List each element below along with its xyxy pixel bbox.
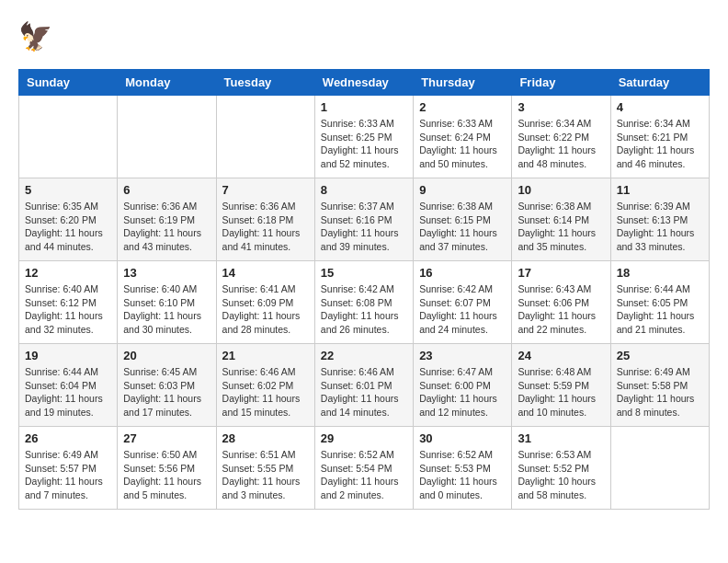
calendar-cell: 9Sunrise: 6:38 AM Sunset: 6:15 PM Daylig… (414, 178, 512, 261)
day-number: 21 (222, 349, 309, 362)
calendar-cell (610, 427, 709, 510)
weekday-header-friday: Friday (512, 70, 610, 96)
day-info: Sunrise: 6:39 AM Sunset: 6:13 PM Dayligh… (617, 200, 703, 254)
calendar-cell: 4Sunrise: 6:34 AM Sunset: 6:21 PM Daylig… (610, 96, 709, 178)
calendar-cell: 20Sunrise: 6:45 AM Sunset: 6:03 PM Dayli… (118, 344, 216, 427)
page-header: 🦅 (18, 18, 710, 60)
calendar-cell: 22Sunrise: 6:46 AM Sunset: 6:01 PM Dayli… (314, 344, 413, 427)
day-number: 25 (617, 349, 703, 362)
calendar-cell: 18Sunrise: 6:44 AM Sunset: 6:05 PM Dayli… (610, 261, 709, 344)
logo-bird-icon: 🦅 (18, 18, 64, 60)
day-number: 22 (321, 349, 407, 362)
day-info: Sunrise: 6:52 AM Sunset: 5:54 PM Dayligh… (321, 448, 407, 502)
day-info: Sunrise: 6:34 AM Sunset: 6:21 PM Dayligh… (617, 117, 703, 171)
calendar-cell: 14Sunrise: 6:41 AM Sunset: 6:09 PM Dayli… (216, 261, 314, 344)
weekday-header-row: SundayMondayTuesdayWednesdayThursdayFrid… (19, 70, 710, 96)
logo: 🦅 (18, 18, 69, 60)
calendar-cell: 28Sunrise: 6:51 AM Sunset: 5:55 PM Dayli… (216, 427, 314, 510)
day-number: 30 (419, 431, 506, 445)
calendar-cell: 8Sunrise: 6:37 AM Sunset: 6:16 PM Daylig… (314, 178, 413, 261)
day-number: 13 (123, 266, 210, 280)
day-number: 18 (617, 266, 703, 280)
calendar-cell: 16Sunrise: 6:42 AM Sunset: 6:07 PM Dayli… (414, 261, 512, 344)
weekday-header-sunday: Sunday (19, 70, 118, 96)
calendar-cell: 17Sunrise: 6:43 AM Sunset: 6:06 PM Dayli… (512, 261, 610, 344)
day-info: Sunrise: 6:40 AM Sunset: 6:10 PM Dayligh… (123, 282, 210, 337)
calendar-cell: 27Sunrise: 6:50 AM Sunset: 5:56 PM Dayli… (118, 427, 216, 510)
day-number: 2 (419, 100, 506, 114)
calendar-cell: 21Sunrise: 6:46 AM Sunset: 6:02 PM Dayli… (216, 344, 314, 427)
day-number: 24 (518, 349, 604, 362)
day-number: 1 (321, 100, 407, 114)
calendar-cell: 7Sunrise: 6:36 AM Sunset: 6:18 PM Daylig… (216, 178, 314, 261)
calendar-table: SundayMondayTuesdayWednesdayThursdayFrid… (18, 69, 710, 510)
calendar-cell: 31Sunrise: 6:53 AM Sunset: 5:52 PM Dayli… (512, 427, 610, 510)
calendar-cell: 19Sunrise: 6:44 AM Sunset: 6:04 PM Dayli… (19, 344, 118, 427)
calendar-cell: 1Sunrise: 6:33 AM Sunset: 6:25 PM Daylig… (314, 96, 413, 178)
day-number: 19 (25, 349, 111, 362)
svg-text:🦅: 🦅 (18, 20, 53, 53)
day-info: Sunrise: 6:41 AM Sunset: 6:09 PM Dayligh… (222, 282, 309, 337)
calendar-cell (216, 96, 314, 178)
day-info: Sunrise: 6:33 AM Sunset: 6:25 PM Dayligh… (321, 117, 407, 171)
day-info: Sunrise: 6:42 AM Sunset: 6:07 PM Dayligh… (419, 282, 506, 337)
day-info: Sunrise: 6:35 AM Sunset: 6:20 PM Dayligh… (25, 200, 111, 254)
day-info: Sunrise: 6:38 AM Sunset: 6:15 PM Dayligh… (419, 200, 506, 254)
day-info: Sunrise: 6:44 AM Sunset: 6:05 PM Dayligh… (617, 282, 703, 337)
weekday-header-monday: Monday (118, 70, 216, 96)
day-info: Sunrise: 6:37 AM Sunset: 6:16 PM Dayligh… (321, 200, 407, 254)
calendar-cell: 30Sunrise: 6:52 AM Sunset: 5:53 PM Dayli… (414, 427, 512, 510)
weekday-header-tuesday: Tuesday (216, 70, 314, 96)
day-number: 31 (518, 431, 604, 445)
calendar-cell: 24Sunrise: 6:48 AM Sunset: 5:59 PM Dayli… (512, 344, 610, 427)
day-number: 17 (518, 266, 604, 280)
day-number: 20 (123, 349, 210, 362)
calendar-week-row: 19Sunrise: 6:44 AM Sunset: 6:04 PM Dayli… (19, 344, 710, 427)
day-number: 26 (25, 431, 111, 445)
calendar-cell: 6Sunrise: 6:36 AM Sunset: 6:19 PM Daylig… (118, 178, 216, 261)
day-info: Sunrise: 6:46 AM Sunset: 6:01 PM Dayligh… (321, 365, 407, 419)
day-info: Sunrise: 6:36 AM Sunset: 6:18 PM Dayligh… (222, 200, 309, 254)
day-number: 12 (25, 266, 111, 280)
day-info: Sunrise: 6:36 AM Sunset: 6:19 PM Dayligh… (123, 200, 210, 254)
day-info: Sunrise: 6:49 AM Sunset: 5:58 PM Dayligh… (617, 365, 703, 419)
day-info: Sunrise: 6:48 AM Sunset: 5:59 PM Dayligh… (518, 365, 604, 419)
calendar-cell (19, 96, 118, 178)
calendar-cell: 12Sunrise: 6:40 AM Sunset: 6:12 PM Dayli… (19, 261, 118, 344)
calendar-cell (118, 96, 216, 178)
day-info: Sunrise: 6:49 AM Sunset: 5:57 PM Dayligh… (25, 448, 111, 502)
day-info: Sunrise: 6:46 AM Sunset: 6:02 PM Dayligh… (222, 365, 309, 419)
day-info: Sunrise: 6:53 AM Sunset: 5:52 PM Dayligh… (518, 448, 604, 502)
calendar-week-row: 12Sunrise: 6:40 AM Sunset: 6:12 PM Dayli… (19, 261, 710, 344)
day-number: 6 (123, 183, 210, 197)
calendar-cell: 11Sunrise: 6:39 AM Sunset: 6:13 PM Dayli… (610, 178, 709, 261)
calendar-cell: 5Sunrise: 6:35 AM Sunset: 6:20 PM Daylig… (19, 178, 118, 261)
day-info: Sunrise: 6:52 AM Sunset: 5:53 PM Dayligh… (419, 448, 506, 502)
day-info: Sunrise: 6:44 AM Sunset: 6:04 PM Dayligh… (25, 365, 111, 419)
calendar-cell: 25Sunrise: 6:49 AM Sunset: 5:58 PM Dayli… (610, 344, 709, 427)
day-info: Sunrise: 6:33 AM Sunset: 6:24 PM Dayligh… (419, 117, 506, 171)
day-number: 27 (123, 431, 210, 445)
day-info: Sunrise: 6:45 AM Sunset: 6:03 PM Dayligh… (123, 365, 210, 419)
calendar-week-row: 1Sunrise: 6:33 AM Sunset: 6:25 PM Daylig… (19, 96, 710, 178)
day-number: 3 (518, 100, 604, 114)
calendar-week-row: 26Sunrise: 6:49 AM Sunset: 5:57 PM Dayli… (19, 427, 710, 510)
calendar-cell: 10Sunrise: 6:38 AM Sunset: 6:14 PM Dayli… (512, 178, 610, 261)
day-number: 4 (617, 100, 703, 114)
calendar-cell: 15Sunrise: 6:42 AM Sunset: 6:08 PM Dayli… (314, 261, 413, 344)
day-number: 14 (222, 266, 309, 280)
day-info: Sunrise: 6:47 AM Sunset: 6:00 PM Dayligh… (419, 365, 506, 419)
day-info: Sunrise: 6:40 AM Sunset: 6:12 PM Dayligh… (25, 282, 111, 337)
calendar-cell: 13Sunrise: 6:40 AM Sunset: 6:10 PM Dayli… (118, 261, 216, 344)
day-info: Sunrise: 6:43 AM Sunset: 6:06 PM Dayligh… (518, 282, 604, 337)
day-number: 15 (321, 266, 407, 280)
calendar-week-row: 5Sunrise: 6:35 AM Sunset: 6:20 PM Daylig… (19, 178, 710, 261)
day-info: Sunrise: 6:38 AM Sunset: 6:14 PM Dayligh… (518, 200, 604, 254)
calendar-cell: 29Sunrise: 6:52 AM Sunset: 5:54 PM Dayli… (314, 427, 413, 510)
calendar-cell: 2Sunrise: 6:33 AM Sunset: 6:24 PM Daylig… (414, 96, 512, 178)
day-number: 29 (321, 431, 407, 445)
calendar-cell: 3Sunrise: 6:34 AM Sunset: 6:22 PM Daylig… (512, 96, 610, 178)
day-number: 28 (222, 431, 309, 445)
day-info: Sunrise: 6:34 AM Sunset: 6:22 PM Dayligh… (518, 117, 604, 171)
calendar-cell: 26Sunrise: 6:49 AM Sunset: 5:57 PM Dayli… (19, 427, 118, 510)
